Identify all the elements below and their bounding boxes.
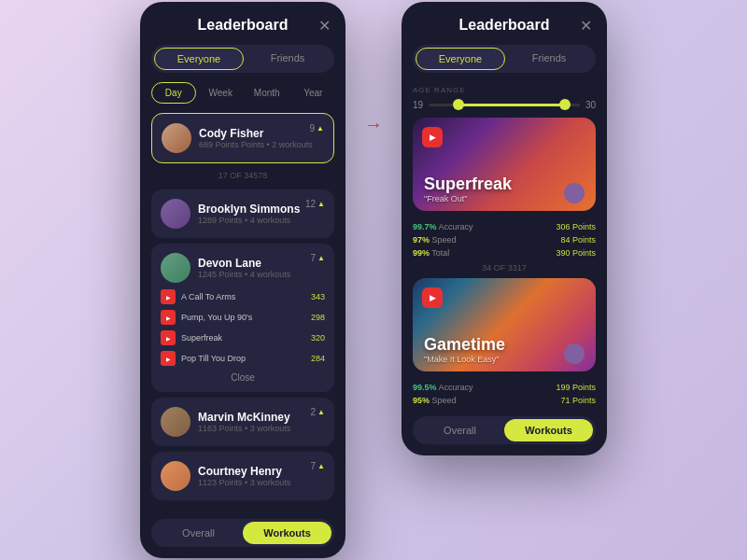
leader-row: Cody Fisher 689 Points Points • 2 workou… — [162, 123, 324, 153]
stat-counter: 34 OF 3317 — [413, 261, 596, 274]
list-item-expanded[interactable]: Devon Lane 1245 Points • 4 workouts 7 ▲ … — [151, 244, 334, 392]
song-name: Superfreak — [181, 333, 305, 343]
stat-speed-label: 97% Speed — [413, 235, 457, 245]
leader-row: Brooklyn Simmons 1289 Points • 4 workout… — [161, 199, 325, 229]
bottom-tab-workouts-right[interactable]: Workouts — [504, 419, 593, 441]
song-score: 343 — [311, 292, 325, 301]
rank-pos: 2 ▲ — [311, 407, 325, 417]
rank-pos: 7 ▲ — [311, 461, 325, 471]
song-item: A Call To Arms 343 — [161, 287, 325, 307]
leader-sub: 1289 Points • 4 workouts — [198, 216, 325, 225]
stat-speed-value: 71 Points — [560, 396, 596, 405]
tab-friends-right[interactable]: Friends — [505, 48, 593, 70]
leader-info: Cody Fisher 689 Points Points • 2 workou… — [199, 127, 324, 149]
leader-name: Marvin McKinney — [198, 411, 325, 424]
right-tab-group: Everyone Friends — [413, 45, 596, 73]
song-play-icon — [161, 351, 176, 366]
list-item[interactable]: Courtney Henry 1123 Points • 3 workouts … — [151, 452, 334, 500]
card-play-icon[interactable]: ▶ — [422, 127, 443, 147]
leader-row: Marvin McKinney 1163 Points • 3 workouts… — [161, 407, 325, 437]
slider-thumb-left[interactable] — [453, 99, 464, 110]
left-close-button[interactable]: ✕ — [318, 17, 331, 35]
song-score: 320 — [311, 333, 325, 343]
card-avatar — [564, 183, 585, 203]
time-filter-group: Day Week Month Year — [140, 82, 345, 113]
bottom-tab-overall-left[interactable]: Overall — [154, 522, 243, 544]
rank-pos: 7 ▲ — [311, 253, 325, 263]
song-name: Pop Till You Drop — [181, 354, 305, 363]
song-play-icon — [161, 330, 176, 345]
time-year-btn[interactable]: Year — [292, 82, 335, 104]
avatar — [161, 461, 190, 491]
leader-info: Marvin McKinney 1163 Points • 3 workouts — [198, 411, 325, 433]
song-name: A Call To Arms — [181, 292, 305, 301]
left-panel: Leaderboard ✕ Everyone Friends Day Week … — [140, 2, 345, 558]
list-item[interactable]: Brooklyn Simmons 1289 Points • 4 workout… — [151, 189, 334, 238]
songs-list: A Call To Arms 343 Pump, You Up 90's 298… — [161, 283, 325, 383]
time-day-btn[interactable]: Day — [151, 82, 196, 104]
leader-name: Devon Lane — [198, 257, 325, 270]
rank-up-icon: ▲ — [317, 462, 325, 470]
song-item: Pump, You Up 90's 298 — [161, 307, 325, 328]
leader-name: Cody Fisher — [199, 127, 324, 140]
stat-accuracy-label: 99.7% Accuracy — [413, 222, 473, 231]
close-action[interactable]: Close — [161, 369, 325, 383]
card-play-icon[interactable]: ▶ — [422, 287, 443, 308]
stat-accuracy-value: 306 Points — [556, 222, 596, 231]
stat-row: 99% Total 390 Points — [413, 248, 596, 258]
card-avatar — [564, 343, 585, 364]
time-week-btn[interactable]: Week — [200, 82, 243, 104]
stat-accuracy-value: 199 Points — [556, 383, 596, 392]
tab-friends-left[interactable]: Friends — [244, 48, 331, 70]
stat-row: 99.7% Accuracy 306 Points — [413, 222, 596, 231]
rank-pos: 12 ▲ — [305, 199, 325, 209]
stats-section-superfreak: 99.7% Accuracy 306 Points 97% Speed 84 P… — [402, 218, 607, 278]
stat-total-label: 99% Total — [413, 248, 449, 258]
avatar — [161, 253, 190, 283]
list-item[interactable]: Marvin McKinney 1163 Points • 3 workouts… — [151, 398, 334, 446]
left-panel-title: Leaderboard — [198, 17, 289, 34]
left-panel-header: Leaderboard ✕ — [140, 2, 345, 45]
tab-everyone-left[interactable]: Everyone — [154, 48, 244, 70]
song-play-icon — [161, 289, 176, 304]
rank-number: 7 — [311, 461, 317, 471]
list-item[interactable]: Cody Fisher 689 Points Points • 2 workou… — [151, 113, 334, 163]
connector-arrow: → — [364, 114, 383, 135]
right-panel-title: Leaderboard — [459, 17, 550, 34]
leaderboard-list: Cody Fisher 689 Points Points • 2 workou… — [140, 113, 345, 511]
avatar — [162, 123, 191, 153]
bottom-tab-workouts-left[interactable]: Workouts — [243, 522, 331, 544]
song-score: 298 — [311, 313, 325, 322]
time-month-btn[interactable]: Month — [246, 82, 289, 104]
leader-name: Courtney Henry — [198, 465, 325, 478]
right-close-button[interactable]: ✕ — [580, 17, 592, 35]
avatar — [161, 199, 190, 229]
stat-row: 95% Speed 71 Points — [413, 396, 596, 405]
rank-up-icon: ▲ — [317, 408, 325, 416]
stat-total-value: 390 Points — [556, 248, 596, 258]
left-bottom-tabs: Overall Workouts — [151, 519, 334, 547]
leader-counter: 17 OF 34578 — [151, 169, 334, 184]
bottom-tab-overall-right[interactable]: Overall — [416, 419, 504, 441]
rank-number: 7 — [311, 253, 317, 263]
workout-card-superfreak[interactable]: ▶ Superfreak "Freak Out" — [413, 118, 596, 211]
leader-sub: 689 Points Points • 2 workouts — [199, 140, 324, 149]
card-subtitle: "Freak Out" — [424, 194, 512, 203]
right-bottom-tabs: Overall Workouts — [413, 416, 596, 444]
song-item: Superfreak 320 — [161, 328, 325, 348]
workout-card-gametime[interactable]: ▶ Gametime "Make It Look Easy" — [413, 278, 596, 371]
rank-number: 12 — [305, 199, 316, 209]
stat-row: 97% Speed 84 Points — [413, 235, 596, 245]
age-slider-track[interactable] — [429, 104, 580, 106]
slider-thumb-right[interactable] — [559, 99, 571, 110]
tab-everyone-right[interactable]: Everyone — [416, 48, 505, 70]
card-title: Superfreak — [424, 175, 512, 194]
song-score: 284 — [311, 354, 325, 363]
leader-info: Courtney Henry 1123 Points • 3 workouts — [198, 465, 325, 487]
leader-row: Courtney Henry 1123 Points • 3 workouts … — [161, 461, 325, 491]
rank-number: 2 — [311, 407, 317, 417]
stat-speed-value: 84 Points — [560, 235, 596, 245]
stats-section-gametime: 99.5% Accuracy 199 Points 95% Speed 71 P… — [402, 379, 607, 409]
leader-sub: 1245 Points • 4 workouts — [198, 270, 325, 279]
avatar — [161, 407, 190, 437]
